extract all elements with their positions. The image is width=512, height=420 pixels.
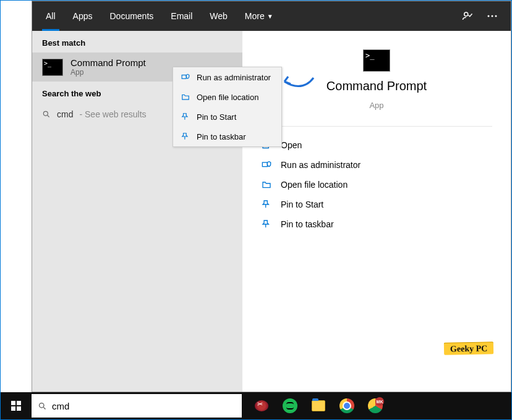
svg-point-2 [492, 15, 493, 17]
pin-icon [261, 219, 272, 229]
section-best-match: Best match [32, 31, 242, 52]
result-subtitle: App [70, 68, 146, 77]
svg-rect-10 [182, 75, 186, 79]
svg-point-3 [495, 15, 497, 17]
result-title: Command Prompt [70, 57, 146, 68]
tab-email[interactable]: Email [162, 1, 201, 31]
action-label: Pin to Start [281, 200, 323, 209]
taskbar-app-chrome-mk[interactable] [362, 392, 389, 419]
file-explorer-icon [312, 400, 325, 411]
tab-label: Web [210, 11, 228, 21]
tab-label: Email [171, 11, 192, 21]
chrome-profile-icon [368, 398, 383, 413]
svg-point-1 [488, 15, 490, 17]
details-column: Command Prompt App Open Run as administr… [242, 31, 511, 392]
windows-search-panel: All Apps Documents Email Web More▼ Best … [32, 1, 511, 392]
chevron-down-icon: ▼ [267, 13, 273, 20]
taskbar-app-snip[interactable] [248, 392, 275, 419]
taskbar [1, 392, 511, 419]
context-pin-taskbar[interactable]: Pin to taskbar [173, 127, 281, 146]
taskbar-search-box[interactable] [32, 394, 242, 418]
tab-label: Documents [109, 11, 153, 21]
context-label: Pin to Start [197, 112, 236, 122]
folder-icon [181, 92, 190, 102]
search-icon [38, 401, 47, 411]
actions-list: Open Run as administrator Open file loca… [242, 127, 511, 243]
windows-logo-icon [11, 401, 21, 411]
tab-documents[interactable]: Documents [101, 1, 162, 31]
action-pin-taskbar[interactable]: Pin to taskbar [261, 214, 492, 234]
svg-point-13 [40, 403, 45, 408]
details-subtitle: App [369, 101, 383, 110]
web-result-suffix: - See web results [79, 109, 146, 119]
spotify-icon [283, 398, 297, 413]
context-run-admin[interactable]: Run as administrator [173, 67, 281, 87]
action-label: Pin to taskbar [281, 219, 334, 229]
tabs-right-controls [461, 10, 506, 22]
chrome-icon [339, 398, 354, 413]
svg-point-0 [464, 12, 468, 16]
search-tabs-bar: All Apps Documents Email Web More▼ [32, 1, 511, 31]
shield-icon [261, 160, 272, 170]
ellipsis-icon[interactable] [486, 10, 498, 22]
context-pin-start[interactable]: Pin to Start [173, 107, 281, 127]
details-header: Command Prompt App [261, 43, 492, 127]
tab-label: Apps [73, 11, 93, 21]
svg-rect-7 [262, 162, 267, 167]
shield-icon [181, 72, 190, 82]
pin-icon [261, 200, 272, 209]
tab-label: More [245, 11, 265, 21]
taskbar-app-explorer[interactable] [305, 392, 332, 419]
web-result-term: cmd [57, 109, 73, 119]
watermark: Geeky PC [444, 342, 494, 355]
action-open[interactable]: Open [261, 135, 492, 155]
tab-apps[interactable]: Apps [64, 1, 101, 31]
svg-line-14 [43, 407, 45, 409]
pin-icon [181, 112, 190, 122]
details-title: Command Prompt [326, 79, 427, 93]
snipping-tool-icon [255, 400, 268, 411]
context-label: Open file location [197, 93, 258, 102]
context-open-location[interactable]: Open file location [173, 87, 281, 107]
command-prompt-icon [363, 49, 390, 72]
action-run-admin[interactable]: Run as administrator [261, 155, 492, 175]
context-menu: Run as administrator Open file location … [173, 67, 282, 147]
command-prompt-icon [42, 59, 63, 76]
search-input[interactable] [52, 401, 236, 411]
taskbar-app-spotify[interactable] [276, 392, 304, 419]
start-button[interactable] [1, 392, 32, 419]
feedback-icon[interactable] [461, 10, 474, 22]
tab-web[interactable]: Web [201, 1, 236, 31]
folder-icon [261, 180, 272, 190]
action-label: Open file location [281, 180, 348, 190]
search-icon [42, 110, 51, 119]
taskbar-app-chrome[interactable] [333, 392, 361, 419]
pin-icon [181, 132, 190, 141]
tab-label: All [46, 11, 56, 21]
tab-all[interactable]: All [37, 1, 64, 31]
svg-point-4 [43, 111, 48, 116]
svg-line-5 [48, 116, 49, 117]
action-label: Open [281, 140, 302, 150]
taskbar-apps [248, 392, 389, 419]
context-label: Pin to taskbar [197, 132, 246, 141]
tab-more[interactable]: More▼ [236, 1, 282, 31]
action-pin-start[interactable]: Pin to Start [261, 195, 492, 214]
result-text: Command Prompt App [70, 57, 146, 77]
action-label: Run as administrator [281, 160, 361, 170]
context-label: Run as administrator [197, 73, 271, 82]
action-open-location[interactable]: Open file location [261, 175, 492, 195]
